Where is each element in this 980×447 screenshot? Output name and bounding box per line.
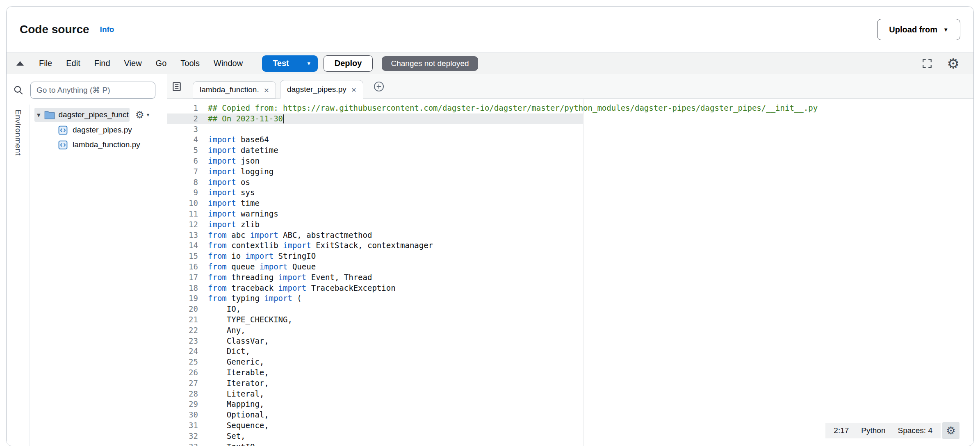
code-text[interactable]: Literal, (198, 389, 264, 399)
menu-item-go[interactable]: Go (149, 59, 174, 68)
code-text[interactable] (198, 124, 208, 135)
close-tab-icon[interactable]: × (351, 85, 356, 94)
line-number[interactable]: 13 (167, 230, 198, 241)
code-line-30[interactable]: 30 Optional, (167, 410, 973, 420)
menu-item-find[interactable]: Find (87, 59, 117, 68)
line-number[interactable]: 22 (167, 325, 198, 336)
test-dropdown-button[interactable]: ▼ (300, 55, 318, 72)
code-line-12[interactable]: 12import zlib (167, 219, 973, 230)
code-text[interactable]: Optional, (198, 410, 269, 420)
code-text[interactable]: import zlib (198, 219, 260, 230)
code-line-18[interactable]: 18from traceback import TracebackExcepti… (167, 283, 973, 294)
new-tab-icon[interactable] (373, 81, 385, 92)
line-number[interactable]: 25 (167, 357, 198, 367)
line-number[interactable]: 16 (167, 262, 198, 272)
code-line-14[interactable]: 14from contextlib import ExitStack, cont… (167, 240, 973, 251)
line-number[interactable]: 19 (167, 293, 198, 304)
line-number[interactable]: 29 (167, 399, 198, 410)
folder-settings-button[interactable]: ⚙ ▼ (135, 110, 150, 120)
line-number[interactable]: 30 (167, 410, 198, 420)
code-line-33[interactable]: 33 TextIO, (167, 442, 973, 446)
code-text[interactable]: from abc import ABC, abstractmethod (198, 230, 372, 241)
deploy-button[interactable]: Deploy (324, 55, 373, 72)
code-text[interactable]: ## On 2023-11-30 (198, 114, 284, 124)
code-line-5[interactable]: 5import datetime (167, 145, 973, 156)
line-number[interactable]: 24 (167, 346, 198, 357)
code-line-6[interactable]: 6import json (167, 156, 973, 166)
line-number[interactable]: 21 (167, 315, 198, 325)
folder-dagster-pipes-function[interactable]: ▾ dagster_pipes_funct (34, 108, 130, 122)
code-text[interactable]: import datetime (198, 145, 278, 156)
line-number[interactable]: 9 (167, 187, 198, 198)
code-line-7[interactable]: 7import logging (167, 166, 973, 177)
code-text[interactable]: from traceback import TracebackException (198, 283, 396, 294)
line-number[interactable]: 15 (167, 251, 198, 262)
code-text[interactable]: import sys (198, 187, 255, 198)
line-number[interactable]: 8 (167, 177, 198, 188)
info-link[interactable]: Info (100, 25, 114, 34)
tree-row-dagster-pipes[interactable]: dagster_pipes.py (30, 123, 167, 137)
code-line-16[interactable]: 16from queue import Queue (167, 262, 973, 272)
line-number[interactable]: 14 (167, 240, 198, 251)
code-line-19[interactable]: 19from typing import ( (167, 293, 973, 304)
code-editor[interactable]: 1## Copied from: https://raw.githubuserc… (167, 99, 973, 446)
code-text[interactable]: Iterable, (198, 367, 269, 378)
code-line-26[interactable]: 26 Iterable, (167, 367, 973, 378)
code-text[interactable]: import time (198, 198, 260, 209)
code-line-21[interactable]: 21 TYPE_CHECKING, (167, 315, 973, 325)
line-number[interactable]: 23 (167, 336, 198, 347)
code-text[interactable]: import os (198, 177, 250, 188)
code-line-17[interactable]: 17from threading import Event, Thread (167, 272, 973, 283)
tree-row-lambda-function[interactable]: lambda_function.py (30, 137, 167, 152)
editor-settings-button[interactable]: ⚙ (942, 422, 959, 439)
line-number[interactable]: 27 (167, 378, 198, 389)
line-number[interactable]: 20 (167, 304, 198, 315)
code-text[interactable]: from contextlib import ExitStack, contex… (198, 240, 433, 251)
code-line-11[interactable]: 11import warnings (167, 209, 973, 219)
code-text[interactable]: TYPE_CHECKING, (198, 315, 292, 325)
code-text[interactable]: import json (198, 156, 260, 166)
code-text[interactable]: Generic, (198, 357, 264, 367)
line-number[interactable]: 2 (167, 114, 198, 124)
menu-item-file[interactable]: File (32, 59, 59, 68)
line-number[interactable]: 10 (167, 198, 198, 209)
test-button[interactable]: Test (262, 55, 300, 72)
code-line-29[interactable]: 29 Mapping, (167, 399, 973, 410)
line-number[interactable]: 26 (167, 367, 198, 378)
code-text[interactable]: import base64 (198, 135, 269, 145)
line-number[interactable]: 31 (167, 420, 198, 431)
go-to-anything-input[interactable] (30, 82, 155, 99)
code-line-22[interactable]: 22 Any, (167, 325, 973, 336)
line-number[interactable]: 17 (167, 272, 198, 283)
tab-lambda-function[interactable]: lambda_function. × (193, 81, 276, 98)
code-line-24[interactable]: 24 Dict, (167, 346, 973, 357)
code-text[interactable]: Sequence, (198, 420, 269, 431)
upload-from-button[interactable]: Upload from ▼ (877, 19, 960, 40)
code-line-25[interactable]: 25 Generic, (167, 357, 973, 367)
code-line-9[interactable]: 9import sys (167, 187, 973, 198)
code-text[interactable]: import warnings (198, 209, 278, 219)
code-text[interactable]: IO, (198, 304, 241, 315)
code-line-13[interactable]: 13from abc import ABC, abstractmethod (167, 230, 973, 241)
tab-list-icon[interactable] (171, 81, 182, 92)
code-line-27[interactable]: 27 Iterator, (167, 378, 973, 389)
menu-item-view[interactable]: View (117, 59, 149, 68)
code-line-20[interactable]: 20 IO, (167, 304, 973, 315)
code-text[interactable]: from io import StringIO (198, 251, 316, 262)
code-text[interactable]: ## Copied from: https://raw.githubuserco… (198, 103, 818, 114)
code-text[interactable]: Set, (198, 431, 246, 442)
code-text[interactable]: TextIO, (198, 442, 260, 446)
code-line-4[interactable]: 4import base64 (167, 135, 973, 145)
code-text[interactable]: Any, (198, 325, 246, 336)
line-number[interactable]: 3 (167, 124, 198, 135)
line-number[interactable]: 7 (167, 166, 198, 177)
indent-setting[interactable]: Spaces: 4 (898, 426, 933, 435)
line-number[interactable]: 5 (167, 145, 198, 156)
line-number[interactable]: 18 (167, 283, 198, 294)
tab-dagster-pipes[interactable]: dagster_pipes.py × (280, 80, 363, 99)
line-number[interactable]: 32 (167, 431, 198, 442)
code-line-15[interactable]: 15from io import StringIO (167, 251, 973, 262)
code-line-2[interactable]: 2## On 2023-11-30 (167, 114, 973, 124)
collapse-panel-icon[interactable] (16, 61, 24, 66)
line-number[interactable]: 11 (167, 209, 198, 219)
